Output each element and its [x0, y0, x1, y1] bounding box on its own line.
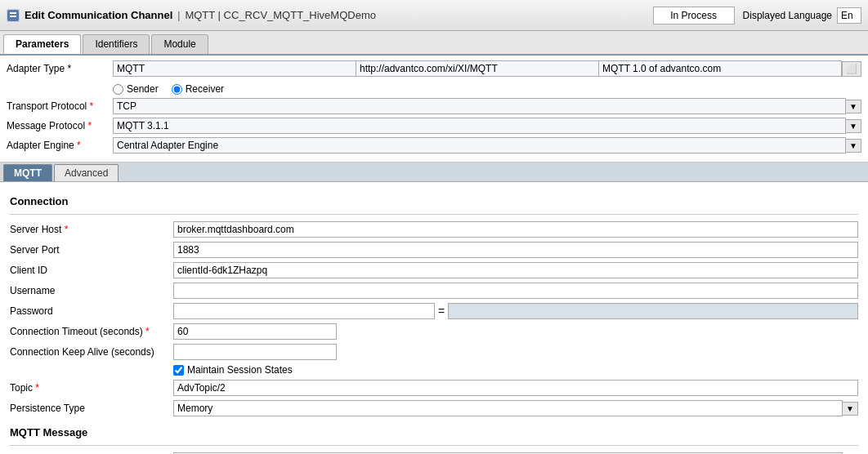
form-area: Adapter Type * ⬜ Sender Receiver Transpo… — [0, 56, 868, 162]
topic-input[interactable] — [173, 380, 858, 396]
tab-module[interactable]: Module — [151, 34, 208, 54]
adapter-engine-control: ▼ — [113, 137, 861, 154]
transport-protocol-control: ▼ — [113, 98, 861, 114]
connection-section: Connection Server Host * Server Port Cli… — [10, 195, 858, 416]
message-protocol-label: Message Protocol * — [7, 120, 113, 131]
persistence-type-input[interactable] — [173, 400, 843, 416]
receiver-label: Receiver — [186, 83, 224, 95]
header-breadcrumb: MQTT | CC_RCV_MQTT_HiveMQDemo — [185, 9, 652, 21]
sub-tab-bar: MQTT Advanced — [0, 162, 868, 182]
svg-rect-2 — [10, 16, 16, 17]
mqtt-message-divider — [10, 445, 858, 446]
lang-label: Displayed Language — [743, 10, 832, 21]
direction-row: Sender Receiver — [7, 80, 861, 98]
tab-parameters[interactable]: Parameters — [3, 34, 81, 54]
equals-icon: = — [438, 305, 445, 318]
adapter-engine-input[interactable] — [113, 137, 846, 154]
server-port-label: Server Port — [10, 244, 173, 256]
sender-radio-item: Sender — [113, 83, 159, 95]
adapter-type-value3[interactable] — [598, 60, 842, 77]
conn-keepalive-input[interactable] — [173, 344, 337, 360]
username-label: Username — [10, 285, 173, 296]
maintain-session-row: Maintain Session States — [10, 364, 858, 376]
sub-tab-mqtt[interactable]: MQTT — [3, 164, 52, 181]
conn-keepalive-row: Connection Keep Alive (seconds) — [10, 344, 858, 360]
content-area: Connection Server Host * Server Port Cli… — [0, 182, 868, 454]
adapter-engine-row: Adapter Engine * ▼ — [7, 137, 861, 154]
adapter-engine-dropdown-btn[interactable]: ▼ — [846, 139, 861, 153]
transport-protocol-label: Transport Protocol * — [7, 100, 113, 112]
password-row: Password = — [10, 303, 858, 319]
lang-input[interactable] — [837, 7, 861, 24]
sub-tab-advanced[interactable]: Advanced — [54, 164, 119, 181]
header-separator: | — [177, 10, 180, 21]
client-id-row: Client ID — [10, 262, 858, 278]
maintain-session-item: Maintain Session States — [173, 364, 293, 376]
topic-label: Topic * — [10, 382, 173, 394]
password-input[interactable] — [173, 303, 435, 319]
client-id-input[interactable] — [173, 262, 858, 278]
svg-rect-1 — [10, 12, 16, 14]
server-host-label: Server Host * — [10, 224, 173, 235]
adapter-type-row: Adapter Type * ⬜ — [7, 60, 861, 77]
transport-protocol-row: Transport Protocol * ▼ — [7, 98, 861, 114]
conn-timeout-input[interactable] — [173, 323, 337, 340]
page-title: Edit Communication Channel — [25, 9, 172, 21]
sender-radio[interactable] — [113, 84, 123, 95]
receiver-radio[interactable] — [172, 84, 182, 95]
adapter-copy-button[interactable]: ⬜ — [842, 61, 861, 77]
connection-section-title: Connection — [10, 195, 858, 207]
app-icon — [7, 9, 20, 22]
username-input[interactable] — [173, 283, 858, 299]
sender-label: Sender — [127, 83, 159, 95]
server-host-input[interactable] — [173, 221, 858, 238]
conn-keepalive-label: Connection Keep Alive (seconds) — [10, 346, 173, 358]
adapter-type-fields — [113, 60, 842, 77]
username-row: Username — [10, 283, 858, 299]
message-protocol-dropdown-btn[interactable]: ▼ — [846, 119, 861, 133]
server-port-input[interactable] — [173, 242, 858, 258]
persistence-type-row: Persistence Type ▼ — [10, 400, 858, 416]
receiver-radio-item: Receiver — [172, 83, 224, 95]
status-badge: In Process — [653, 7, 735, 24]
transport-protocol-dropdown-btn[interactable]: ▼ — [846, 100, 861, 114]
server-host-row: Server Host * — [10, 221, 858, 238]
message-protocol-control: ▼ — [113, 118, 861, 134]
password-confirm-input[interactable] — [448, 303, 858, 319]
connection-divider — [10, 214, 858, 215]
message-protocol-row: Message Protocol * ▼ — [7, 118, 861, 134]
persistence-type-control: ▼ — [173, 400, 858, 416]
server-port-row: Server Port — [10, 242, 858, 258]
conn-timeout-label: Connection Timeout (seconds) * — [10, 326, 173, 337]
client-id-label: Client ID — [10, 265, 173, 276]
tab-identifiers[interactable]: Identifiers — [83, 34, 150, 54]
mqtt-message-title: MQTT Message — [10, 426, 858, 438]
adapter-type-value1[interactable] — [113, 60, 356, 77]
conn-timeout-row: Connection Timeout (seconds) * — [10, 323, 858, 340]
adapter-type-value2[interactable] — [356, 60, 598, 77]
transport-protocol-input[interactable] — [113, 98, 846, 114]
topic-row: Topic * — [10, 380, 858, 396]
mqtt-message-section: MQTT Message Quality of Service ▼ Retain… — [10, 426, 858, 454]
adapter-type-label: Adapter Type * — [7, 63, 113, 74]
persistence-type-label: Persistence Type — [10, 403, 173, 414]
header: Edit Communication Channel | MQTT | CC_R… — [0, 0, 868, 31]
message-protocol-input[interactable] — [113, 118, 846, 134]
persistence-type-dropdown-btn[interactable]: ▼ — [843, 402, 858, 416]
top-tab-bar: Parameters Identifiers Module — [0, 31, 868, 56]
password-label: Password — [10, 305, 173, 317]
adapter-engine-label: Adapter Engine * — [7, 140, 113, 151]
password-fields: = — [173, 303, 858, 319]
maintain-session-label: Maintain Session States — [187, 364, 293, 376]
maintain-session-checkbox[interactable] — [173, 365, 184, 376]
